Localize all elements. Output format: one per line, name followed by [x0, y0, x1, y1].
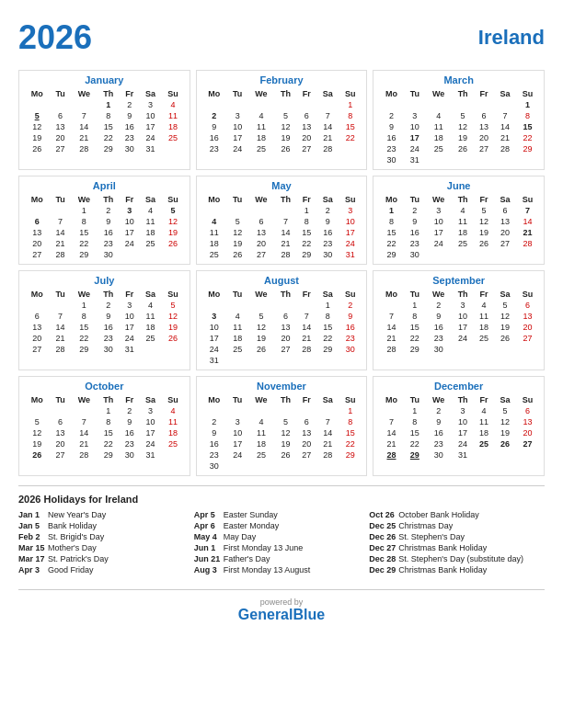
day-header: Sa [316, 289, 339, 300]
cal-day: 5 [162, 205, 185, 216]
holiday-row: Dec 28St. Stephen's Day (substitute day) [369, 554, 537, 563]
cal-day: 15 [316, 322, 339, 333]
cal-day [247, 300, 274, 311]
holiday-row: Jan 5Bank Holiday [18, 521, 187, 530]
cal-day: 13 [247, 227, 274, 238]
cal-day: 26 [494, 438, 516, 449]
cal-day: 28 [316, 143, 339, 154]
cal-day [494, 249, 516, 260]
day-header: Tu [227, 194, 247, 205]
cal-day: 11 [247, 427, 274, 438]
cal-day: 24 [201, 344, 227, 355]
month-block-february: FebruaryMoTuWeThFrSaSu123456789101112131… [196, 70, 368, 170]
holiday-date: May 4 [194, 532, 224, 541]
cal-day [24, 300, 50, 311]
cal-day: 3 [227, 110, 247, 121]
cal-day: 29 [98, 449, 120, 461]
cal-day: 6 [296, 416, 316, 427]
month-block-september: SeptemberMoTuWeThFrSaSu12345678910111213… [373, 270, 545, 370]
cal-day [247, 355, 274, 366]
cal-day [247, 99, 274, 110]
cal-day [247, 205, 274, 216]
month-block-may: MayMoTuWeThFrSaSu12345678910111213141516… [196, 176, 368, 265]
cal-day: 29 [405, 344, 425, 355]
brand-blue: Blue [293, 607, 325, 622]
cal-day: 8 [296, 216, 316, 227]
cal-day: 16 [201, 132, 227, 143]
cal-day: 29 [71, 344, 98, 355]
day-header: We [247, 289, 274, 300]
cal-day: 27 [24, 344, 50, 355]
day-header: Fr [474, 394, 494, 405]
holiday-name: Easter Monday [224, 521, 280, 530]
cal-day [247, 405, 274, 416]
month-title: February [201, 74, 362, 85]
cal-day: 17 [227, 438, 247, 449]
cal-day: 29 [296, 249, 316, 260]
cal-day: 20 [50, 132, 70, 143]
cal-day: 20 [516, 322, 539, 333]
holiday-date: Mar 17 [18, 554, 48, 563]
cal-day: 7 [316, 416, 339, 427]
cal-day [162, 449, 185, 461]
cal-day: 25 [162, 132, 185, 143]
cal-day [24, 205, 50, 216]
cal-day: 26 [162, 333, 185, 344]
cal-day: 5 [24, 416, 50, 427]
powered-by-label: powered by [18, 597, 545, 607]
holiday-name: Christmas Day [398, 521, 453, 530]
cal-day: 12 [247, 322, 274, 333]
cal-day: 8 [405, 311, 425, 322]
cal-day: 30 [98, 249, 120, 260]
day-header: We [425, 289, 452, 300]
holiday-name: Christmas Bank Holiday [398, 543, 487, 552]
cal-day: 2 [425, 405, 452, 416]
cal-day: 21 [378, 438, 404, 449]
day-header: Fr [120, 194, 140, 205]
cal-day [474, 344, 494, 355]
cal-day [162, 143, 185, 154]
cal-day: 4 [474, 300, 494, 311]
day-header: We [247, 194, 274, 205]
day-header: Th [98, 88, 120, 99]
cal-day: 25 [227, 344, 247, 355]
cal-day: 11 [140, 216, 162, 227]
country-label: Ireland [478, 26, 545, 50]
cal-day: 11 [425, 121, 452, 132]
cal-day: 5 [24, 110, 50, 121]
cal-day: 19 [162, 227, 185, 238]
holiday-name: Easter Sunday [224, 510, 278, 519]
cal-day: 7 [516, 205, 539, 216]
cal-day [378, 99, 404, 110]
cal-day [201, 300, 227, 311]
cal-day: 15 [405, 322, 425, 333]
cal-day: 27 [247, 249, 274, 260]
cal-day: 24 [227, 449, 247, 461]
holiday-name: Christmas Bank Holiday [398, 565, 487, 574]
holiday-row: Apr 6Easter Monday [194, 521, 362, 530]
holiday-date: Oct 26 [369, 510, 398, 519]
cal-day: 21 [50, 333, 70, 344]
cal-day: 18 [474, 427, 494, 438]
cal-day: 1 [378, 205, 404, 216]
month-block-november: NovemberMoTuWeThFrSaSu123456789101112131… [196, 376, 368, 476]
day-header: Sa [494, 394, 516, 405]
cal-day: 7 [378, 416, 404, 427]
day-header: Th [452, 289, 474, 300]
holiday-row: May 4May Day [194, 532, 362, 541]
cal-day: 15 [516, 121, 539, 132]
day-header: Mo [378, 88, 404, 99]
cal-day: 4 [140, 300, 162, 311]
cal-day [516, 344, 539, 355]
cal-day: 26 [452, 143, 474, 154]
cal-day [120, 249, 140, 260]
cal-day: 2 [201, 416, 227, 427]
day-header: Th [274, 289, 296, 300]
cal-table: MoTuWeThFrSaSu12345678910111213141516171… [24, 88, 185, 154]
cal-table: MoTuWeThFrSaSu12345678910111213141516171… [201, 289, 362, 366]
cal-day: 19 [494, 322, 516, 333]
cal-day: 22 [378, 238, 404, 249]
cal-day: 31 [452, 449, 474, 461]
cal-day: 10 [405, 121, 425, 132]
cal-day [405, 99, 425, 110]
